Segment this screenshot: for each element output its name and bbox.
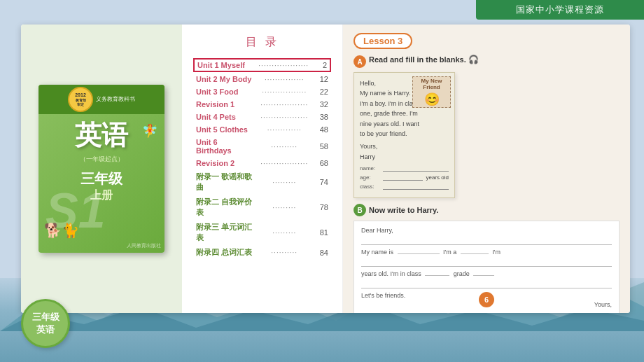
toc-item-dots: ·················· (256, 160, 314, 167)
content-area: Hello, My name is Harry. I'm a boy. I'm … (354, 72, 620, 198)
toc-item-page: 74 (316, 178, 328, 186)
letter-sign: Yours, (360, 141, 449, 151)
animals-decoration: 🐕🐈 (44, 222, 79, 239)
letter-line3: one, grade three. I'm (360, 109, 449, 118)
toc-panel: 目 录 Unit 1 Myself···················2Uni… (182, 25, 343, 313)
toc-item: Unit 5 Clothes·············48 (196, 123, 328, 136)
section-a: A Read and fill in the blanks. 🎧 (354, 55, 620, 68)
write-line1 (361, 235, 612, 245)
book-cover: 2012 教育部 审定 义务教育教科书 英语 （一年级起点） 🧚 三年级 上册 … (38, 85, 164, 253)
toc-item: Unit 3 Food·················22 (196, 85, 328, 98)
toc-item-page: 78 (316, 203, 328, 211)
form-class-line (383, 183, 449, 190)
toc-item: 附录二 自我评价表·········78 (196, 195, 328, 220)
toc-item: Unit 1 Myself···················2 (193, 58, 331, 72)
toc-item-page: 48 (316, 125, 328, 134)
page-number-badge: 6 (479, 292, 494, 307)
write-line3 (361, 279, 612, 288)
toc-item-dots: ·················· (256, 113, 314, 121)
toc-item-label: 附录二 自我评价表 (196, 197, 253, 218)
form-name-line (383, 165, 449, 172)
toc-item-page: 32 (316, 100, 328, 109)
write-line2 (361, 257, 612, 267)
toc-list: Unit 1 Myself···················2Unit 2 … (196, 58, 328, 260)
toc-item-dots: ················· (256, 88, 314, 96)
toc-item: 附录一 歌谣和歌曲·········74 (196, 169, 328, 195)
toc-item-label: 附录四 总词汇表 (196, 247, 253, 258)
book-subtitle: （一年级起点） (80, 155, 124, 164)
book-publisher: 人民教育出版社 (127, 242, 161, 249)
toc-item-label: 附录一 歌谣和歌曲 (196, 172, 253, 193)
letter-line5: to be your friend. (360, 129, 449, 139)
form-class-row: class: (360, 183, 449, 190)
letter-card: Hello, My name is Harry. I'm a boy. I'm … (354, 72, 455, 198)
form-name-label: name: (360, 165, 381, 172)
book-badge: 2012 教育部 审定 (68, 87, 93, 112)
lesson-header: Lesson 3 (354, 33, 412, 49)
letter-line4: nine years old. I want (360, 119, 449, 129)
form-age-line (383, 174, 423, 181)
letter-name: Harry (360, 152, 449, 162)
toc-item-page: 2 (314, 61, 327, 69)
toc-item: Unit 4 Pets··················38 (196, 111, 328, 123)
toc-item-page: 81 (316, 228, 328, 237)
toc-item-page: 12 (316, 75, 328, 83)
letter-stamp: My New Friend 😊 (412, 76, 451, 108)
form-name-row: name: (360, 165, 449, 172)
toc-item-label: Unit 1 Myself (197, 61, 253, 69)
toc-item-label: Unit 3 Food (196, 88, 253, 96)
toc-item-label: Unit 4 Pets (196, 113, 253, 121)
toc-item-label: Unit 6 Birthdays (196, 138, 253, 155)
fairy-decoration: 🧚 (142, 123, 158, 139)
toc-item-label: Unit 5 Clothes (196, 125, 253, 134)
bottom-badge-line2: 英语 (36, 323, 55, 336)
bottom-badge-line1: 三年级 (32, 311, 59, 323)
toc-item-dots: ··················· (256, 62, 312, 69)
toc-item-dots: ·········· (256, 249, 314, 256)
lesson-panel: Lesson 3 A Read and fill in the blanks. … (343, 25, 630, 313)
form-age-label: age: (360, 174, 381, 181)
section-a-text: Read and fill in the blanks. 🎧 (369, 55, 620, 64)
form-fields: name: age: years old class: (360, 165, 449, 190)
write-sign-line (361, 308, 612, 313)
form-age-row: age: years old (360, 174, 449, 181)
toc-item: Unit 6 Birthdays··········58 (196, 136, 328, 157)
toc-item: 附录四 总词汇表··········84 (196, 245, 328, 260)
toc-item-page: 22 (316, 88, 328, 96)
toc-item-dots: ··············· (256, 76, 314, 83)
form-age-suffix: years old (426, 174, 449, 181)
toc-item-page: 38 (316, 113, 328, 121)
toc-item-page: 84 (316, 249, 328, 257)
toc-item: Revision 2··················68 (196, 157, 328, 169)
badge-year: 2012 (75, 92, 86, 98)
section-a-label: A (354, 55, 366, 68)
section-b-label: B (354, 204, 366, 216)
write-dear: Dear Harry, (361, 227, 612, 234)
stamp-face: 😊 (424, 92, 440, 107)
toc-item: 附录三 单元词汇表·········81 (196, 220, 328, 245)
toc-item-label: Revision 2 (196, 159, 253, 167)
header-title: 国家中小学课程资源 (516, 4, 604, 16)
toc-title: 目 录 (196, 35, 328, 50)
book-top-banner: 2012 教育部 审定 义务教育教科书 (38, 85, 164, 114)
book-title: 英语 (75, 118, 128, 153)
toc-item: Unit 2 My Body···············12 (196, 73, 328, 85)
toc-item-label: Unit 2 My Body (196, 75, 253, 83)
toc-item-dots: ·················· (256, 101, 314, 109)
stamp-title: My New Friend (414, 78, 449, 90)
write-yearsold: years old. I'm in class grade (361, 270, 612, 277)
toc-item-page: 68 (316, 159, 328, 167)
write-myname: My name is I'm a I'm (361, 249, 612, 256)
badge-label2: 审定 (77, 102, 84, 106)
toc-item-dots: ········· (256, 179, 314, 186)
toc-item-dots: ············· (256, 126, 314, 134)
toc-item-label: Revision 1 (196, 100, 253, 109)
main-container: 2012 教育部 审定 义务教育教科书 英语 （一年级起点） 🧚 三年级 上册 … (21, 25, 630, 313)
bottom-badge: 三年级 英语 (21, 299, 70, 348)
section-b-text: Now write to Harry. (369, 206, 620, 214)
toc-item-page: 58 (316, 142, 328, 151)
toc-item-label: 附录三 单元词汇表 (196, 222, 253, 243)
left-panel: 2012 教育部 审定 义务教育教科书 英语 （一年级起点） 🧚 三年级 上册 … (21, 25, 182, 313)
headphone-icon: 🎧 (468, 55, 479, 64)
book-series-label: 义务教育教科书 (96, 96, 135, 103)
